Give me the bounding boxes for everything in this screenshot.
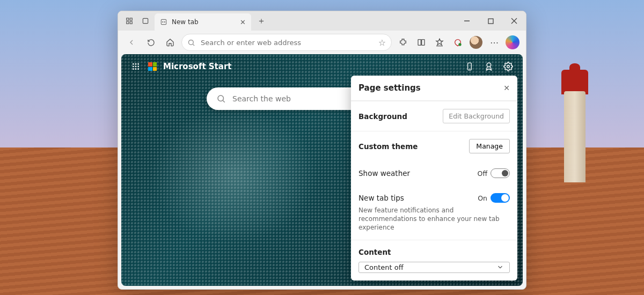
background-label: Background — [358, 112, 407, 121]
svg-point-29 — [487, 63, 491, 67]
profile-button[interactable] — [468, 34, 484, 50]
address-bar[interactable]: ☆ — [181, 34, 392, 51]
new-tab-tips-label: New tab tips — [358, 194, 404, 202]
svg-line-32 — [223, 100, 224, 102]
copilot-icon — [506, 35, 519, 49]
chevron-down-icon — [496, 263, 504, 271]
ntp-header: Microsoft Start — [130, 61, 514, 72]
copilot-button[interactable] — [504, 34, 521, 50]
custom-theme-label: Custom theme — [358, 142, 418, 151]
content-select[interactable]: Content off — [358, 262, 510, 273]
panel-title: Page settings — [358, 83, 421, 93]
svg-point-24 — [133, 68, 134, 70]
avatar — [470, 36, 482, 49]
svg-line-13 — [193, 44, 194, 46]
titlebar: New tab ✕ ＋ — [118, 11, 526, 31]
manage-theme-button[interactable]: Manage — [469, 139, 510, 153]
svg-rect-4 — [143, 18, 148, 23]
svg-point-19 — [135, 63, 137, 65]
svg-point-22 — [135, 66, 137, 68]
svg-point-20 — [137, 63, 139, 65]
play-icon[interactable] — [494, 274, 502, 282]
svg-point-26 — [137, 68, 139, 70]
tab-page-icon — [160, 18, 167, 26]
mobile-icon[interactable] — [464, 61, 475, 72]
tab-close-icon[interactable]: ✕ — [240, 18, 246, 26]
search-icon — [216, 94, 226, 104]
brand-label: Microsoft Start — [163, 62, 231, 71]
microsoft-logo-icon — [148, 62, 157, 71]
svg-rect-1 — [130, 18, 132, 20]
home-button[interactable] — [162, 34, 178, 50]
search-icon — [187, 39, 195, 47]
svg-point-23 — [137, 66, 139, 68]
window-maximize-button[interactable] — [479, 11, 502, 31]
content-heading: Content — [358, 248, 391, 256]
content-select-value: Content off — [364, 263, 404, 271]
new-tab-button[interactable]: ＋ — [253, 16, 269, 27]
show-weather-toggle[interactable] — [491, 168, 510, 178]
browser-essentials-icon[interactable] — [450, 34, 466, 50]
svg-rect-15 — [422, 40, 425, 46]
show-weather-label: Show weather — [358, 169, 410, 178]
window-minimize-button[interactable] — [455, 11, 479, 31]
workspaces-icon[interactable] — [122, 14, 136, 28]
tab-actions-icon[interactable] — [138, 14, 152, 28]
svg-rect-0 — [127, 18, 129, 20]
toolbar: ☆ ⋯ — [118, 31, 526, 54]
wallpaper-lighthouse — [561, 70, 588, 182]
svg-point-30 — [507, 65, 510, 68]
svg-point-6 — [163, 21, 163, 22]
address-input[interactable] — [201, 39, 373, 47]
svg-point-18 — [133, 63, 134, 65]
window-close-button[interactable] — [502, 11, 526, 31]
app-launcher-icon[interactable] — [130, 61, 142, 72]
more-icon[interactable]: ⋯ — [486, 34, 502, 50]
new-tab-tips-toggle[interactable] — [491, 193, 510, 203]
refresh-button[interactable] — [143, 34, 159, 50]
svg-point-25 — [135, 68, 137, 70]
new-tab-tips-description: New feature notifications and recommenda… — [351, 206, 517, 240]
svg-point-12 — [189, 40, 194, 45]
svg-point-21 — [133, 66, 134, 68]
svg-rect-14 — [418, 40, 421, 46]
favorite-star-icon[interactable]: ☆ — [378, 38, 386, 48]
web-search-placeholder: Search the web — [232, 94, 291, 103]
svg-rect-3 — [130, 21, 132, 24]
expand-icon[interactable] — [509, 274, 517, 282]
extensions-icon[interactable] — [395, 34, 411, 50]
new-tab-page: Microsoft Start Search the web Page sett… — [121, 54, 523, 286]
rewards-icon[interactable] — [483, 61, 495, 72]
show-weather-state: Off — [478, 169, 487, 178]
edit-background-button[interactable]: Edit Background — [443, 109, 510, 123]
svg-rect-2 — [127, 21, 129, 24]
new-tab-tips-state: On — [478, 194, 487, 202]
browser-window: New tab ✕ ＋ ☆ ⋯ — [118, 11, 526, 290]
page-settings-panel: Page settings ✕ Background Edit Backgrou… — [351, 76, 517, 281]
page-settings-icon[interactable] — [502, 61, 514, 72]
panel-close-button[interactable]: ✕ — [503, 84, 510, 92]
svg-rect-9 — [488, 19, 493, 24]
tab-new-tab[interactable]: New tab ✕ — [155, 13, 251, 31]
back-button[interactable] — [123, 34, 140, 50]
tab-title: New tab — [172, 18, 199, 26]
svg-point-31 — [218, 95, 224, 101]
svg-point-17 — [458, 43, 461, 46]
svg-rect-5 — [161, 19, 166, 24]
favorites-icon[interactable] — [431, 34, 448, 50]
split-screen-icon[interactable] — [413, 34, 429, 50]
svg-point-7 — [164, 21, 165, 22]
